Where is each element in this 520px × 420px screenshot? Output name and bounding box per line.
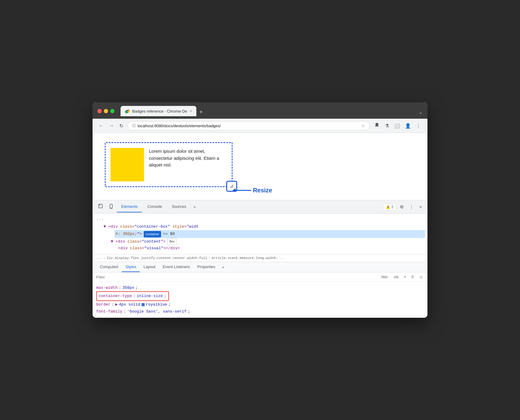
dom-panel: ··· ▼ <div class="container-box" style="… (93, 214, 427, 254)
device-icon (108, 204, 114, 209)
chrome-favicon-icon (125, 109, 130, 114)
breadcrumb-bar: ... › liv.display-flex.justify-content-c… (93, 254, 427, 262)
css-prop-val-border-color: royalblue (146, 301, 167, 308)
experiments-button[interactable]: ⚗ (383, 121, 391, 131)
devtools-toolbar: Elements Console Sources » ⚠️ 2 ⚙ ⋮ × (93, 200, 427, 214)
styles-tab-properties[interactable]: Properties (194, 262, 219, 272)
css-prop-val-font-family: 'Google Sans', sans-serif (127, 308, 187, 315)
devtools-close-button[interactable]: × (417, 202, 424, 211)
dom-tag-2: ▼ <div class="content"> (111, 238, 165, 245)
back-button[interactable]: ← (97, 122, 105, 130)
breadcrumb-sep-2: › (208, 256, 210, 260)
css-prop-name-container-type: container-type (99, 292, 132, 299)
browser-window: Badges reference - Chrome De × + ⌄ ← → ↻… (93, 102, 427, 317)
devtools-tab-sources[interactable]: Sources (167, 201, 191, 212)
add-style-button[interactable]: + (402, 274, 408, 280)
title-bar-top: Badges reference - Chrome De × + ⌄ (97, 106, 423, 116)
tabs-row: Badges reference - Chrome De × + ⌄ (121, 106, 423, 116)
devtools-tab-console[interactable]: Console (143, 201, 166, 212)
active-tab[interactable]: Badges reference - Chrome De × (121, 106, 196, 116)
styles-tab-styles[interactable]: Styles (122, 262, 140, 272)
resize-arrow-line (233, 190, 251, 191)
css-prop-val-max-width: 350px (122, 284, 134, 291)
inspect-element-button[interactable] (96, 202, 105, 212)
hov-filter-button[interactable]: :hov (379, 274, 389, 280)
cls-filter-button[interactable]: .cls (391, 274, 400, 280)
css-prop-highlighted-container-type: container-type : inline-size ; (96, 291, 169, 301)
devtools-panel: Elements Console Sources » ⚠️ 2 ⚙ ⋮ × (93, 200, 427, 317)
tab-menu-button[interactable]: ⌄ (419, 109, 423, 115)
dom-line-1-cont[interactable]: h: 302px;"> container == $0 (114, 230, 425, 238)
styles-tabs: Computed Styles Layout Event Listeners P… (93, 262, 427, 272)
bookmark-icon[interactable]: ☆ (361, 124, 365, 128)
filter-bar: :hov .cls + ⎘ ◁ (93, 272, 427, 282)
breadcrumb-dots[interactable]: ... (96, 256, 102, 260)
svg-point-4 (111, 208, 111, 208)
styles-tab-layout[interactable]: Layout (140, 262, 159, 272)
styles-tab-computed[interactable]: Computed (96, 262, 122, 272)
dom-line-3: <div class="visual"></div> (118, 245, 424, 252)
breadcrumb-item-1[interactable]: liv.display-flex.justify-content-center.… (107, 256, 207, 260)
dom-line-1: ▼ <div class="container-box" style="widt (104, 223, 424, 230)
dom-tag-3: <div class="visual"></div> (118, 245, 180, 252)
url-bar[interactable]: ⓘ localhost:8080/docs/devtools/elements/… (128, 121, 370, 130)
dom-selected-code: h: 302px;"> (116, 231, 142, 237)
flex-badge[interactable]: flex (167, 238, 177, 245)
warning-badge[interactable]: ⚠️ 2 (383, 204, 396, 210)
resize-arrow-label: Resize (233, 187, 272, 194)
devtools-settings-button[interactable]: ⚙ (398, 202, 406, 212)
address-icons: ☆ (361, 124, 365, 128)
tab-title: Badges reference - Chrome De (132, 109, 187, 114)
cast-button[interactable]: ⬜ (392, 121, 402, 131)
device-toolbar-button[interactable] (107, 202, 116, 212)
minimize-window-button[interactable] (104, 109, 108, 113)
css-prop-name-font-family: font-family (96, 308, 122, 315)
css-prop-val-border: 4px solid (119, 301, 140, 308)
sidebar-toggle-button[interactable]: ◁ (417, 274, 424, 280)
demo-container: Lorem ipsum dolor sit amet, consectetur … (105, 142, 233, 187)
css-prop-icon-border: ▶ (115, 301, 118, 308)
reload-button[interactable]: ↻ (118, 122, 125, 130)
breadcrumb-sep-3: ... (279, 256, 285, 260)
dom-dollar: == $0 (163, 231, 175, 237)
filter-buttons: :hov .cls + ⎘ ◁ (379, 274, 424, 280)
css-prop-max-width: max-width : 350px ; (96, 284, 424, 291)
yellow-box (111, 148, 144, 181)
css-prop-container-type: container-type : inline-size ; (96, 291, 424, 301)
css-prop-font-family: font-family : 'Google Sans', sans-serif … (96, 308, 424, 315)
new-tab-button[interactable]: + (197, 109, 206, 115)
css-prop-val-container-type: inline-size (137, 292, 163, 299)
warning-icon: ⚠️ (386, 205, 390, 209)
page-content: Lorem ipsum dolor sit amet, consectetur … (93, 133, 427, 200)
puzzle-icon (374, 122, 380, 128)
close-window-button[interactable] (97, 109, 102, 113)
styles-panel: Computed Styles Layout Event Listeners P… (93, 262, 427, 318)
devtools-tab-elements[interactable]: Elements (117, 201, 142, 212)
container-badge[interactable]: container (144, 231, 161, 237)
css-prop-name-border: border (96, 301, 111, 308)
dom-tag-1: ▼ <div class="container-box" style="widt (104, 223, 199, 230)
address-bar: ← → ↻ ⓘ localhost:8080/docs/devtools/ele… (93, 119, 427, 133)
forward-button[interactable]: → (108, 122, 115, 130)
filter-input[interactable] (96, 275, 376, 279)
warning-count: 2 (392, 205, 394, 209)
dom-dots: ··· (96, 216, 104, 223)
color-swatch-royalblue[interactable] (142, 303, 145, 306)
chrome-menu-button[interactable]: ⋮ (414, 121, 423, 131)
extensions-button[interactable] (373, 121, 382, 131)
dom-line-2: ▼ <div class="content"> flex (111, 238, 424, 245)
window-controls (97, 109, 114, 113)
styles-tab-event-listeners[interactable]: Event Listeners (159, 262, 194, 272)
css-properties: max-width : 350px ; container-type : inl… (93, 282, 427, 318)
title-bar: Badges reference - Chrome De × + ⌄ (93, 102, 427, 119)
copy-style-button[interactable]: ⎘ (410, 274, 416, 280)
maximize-window-button[interactable] (110, 109, 114, 113)
devtools-toolbar-right: ⚠️ 2 ⚙ ⋮ × (383, 202, 424, 212)
styles-more-tabs-button[interactable]: » (220, 265, 226, 269)
breadcrumb-item-2[interactable]: article.stack.measure-long.width- (212, 256, 278, 260)
profile-button[interactable]: 👤 (403, 121, 413, 131)
devtools-more-tabs-button[interactable]: » (192, 205, 198, 209)
tab-close-button[interactable]: × (190, 109, 192, 114)
devtools-more-menu-button[interactable]: ⋮ (407, 202, 416, 212)
dom-dots-line: ··· (96, 216, 424, 223)
